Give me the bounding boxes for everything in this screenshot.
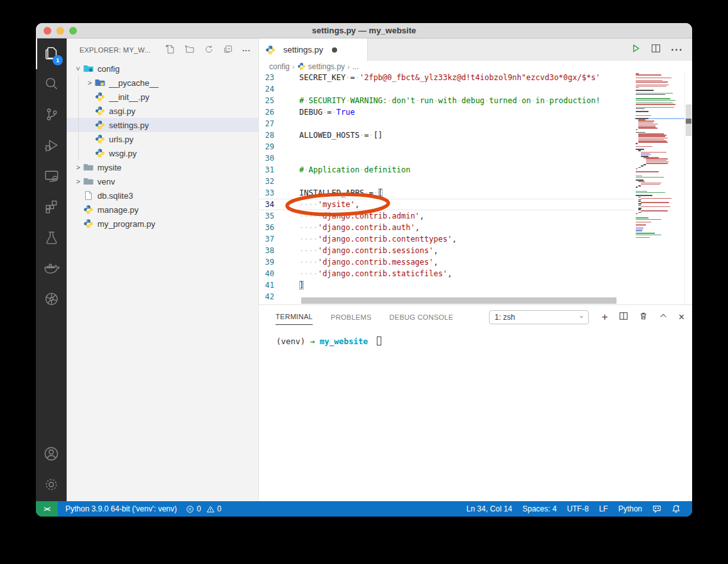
- problems-button[interactable]: 0 0: [181, 504, 226, 513]
- code-line-41[interactable]: 41]: [259, 279, 634, 291]
- code-line-23[interactable]: 23SECRET_KEY·=·'2fpb@0_fbct&_ylz33kz@d!t…: [259, 72, 634, 83]
- source-control-activity-button[interactable]: [36, 100, 67, 131]
- test-beaker-activity-button[interactable]: [36, 223, 67, 254]
- eol-button[interactable]: LF: [594, 504, 613, 513]
- code-line-39[interactable]: 39····'django.contrib.messages',: [259, 256, 634, 268]
- terminal-output[interactable]: (venv) → my_website: [259, 329, 692, 501]
- bottom-panel: TERMINAL PROBLEMS DEBUG CONSOLE 1: zsh ›…: [259, 304, 692, 501]
- new-file-icon[interactable]: [165, 44, 176, 56]
- code-line-34[interactable]: 34····'mysite',: [259, 199, 634, 210]
- tree-item-asgi-py[interactable]: asgi.py: [67, 104, 258, 118]
- tree-item-mysite[interactable]: >mysite: [67, 160, 258, 174]
- search-icon: [43, 75, 60, 94]
- tree-item-venv[interactable]: >venv: [67, 174, 258, 188]
- feedback-icon[interactable]: [647, 504, 666, 513]
- tree-item--pycache-[interactable]: >__pycache__: [67, 76, 258, 90]
- more-editor-actions-icon[interactable]: ···: [671, 44, 683, 56]
- remote-indicator-button[interactable]: ><: [36, 501, 58, 517]
- tree-item--init-py[interactable]: __init__.py: [67, 90, 258, 104]
- close-panel-icon[interactable]: ×: [679, 311, 684, 323]
- tree-item-label: db.sqlite3: [97, 191, 133, 201]
- indentation-button[interactable]: Spaces: 4: [517, 504, 561, 513]
- code-line-31[interactable]: 31#·Application·definition: [259, 164, 634, 176]
- code-line-24[interactable]: 24: [259, 83, 634, 95]
- code-line-33[interactable]: 33INSTALLED_APPS·=·[: [259, 187, 634, 199]
- python-interpreter-button[interactable]: Python 3.9.0 64-bit ('venv': venv): [58, 504, 181, 513]
- tab-settings-py[interactable]: settings.py: [259, 38, 368, 61]
- line-number: 28: [259, 129, 274, 141]
- minimap[interactable]: [634, 72, 684, 304]
- tab-debug-console[interactable]: DEBUG CONSOLE: [390, 310, 454, 325]
- tree-item-config[interactable]: >config: [67, 62, 258, 76]
- code-line-29[interactable]: 29: [259, 141, 634, 153]
- explorer-activity-button[interactable]: 1: [36, 38, 67, 69]
- language-mode-button[interactable]: Python: [613, 504, 647, 513]
- tree-item-db-sqlite3[interactable]: db.sqlite3: [67, 188, 258, 203]
- code-editor[interactable]: 23SECRET_KEY·=·'2fpb@0_fbct&_ylz33kz@d!t…: [259, 72, 692, 304]
- extensions-activity-button[interactable]: [36, 192, 67, 223]
- file-icon: [95, 120, 105, 130]
- code-line-27[interactable]: 27: [259, 118, 634, 129]
- breadcrumb-symbol[interactable]: ...: [352, 62, 359, 71]
- unsaved-dot-icon[interactable]: [332, 47, 337, 53]
- more-actions-icon[interactable]: ···: [242, 46, 251, 55]
- code-line-32[interactable]: 32: [259, 176, 634, 187]
- file-icon: [95, 134, 105, 144]
- file-icon: [95, 148, 105, 158]
- line-number: 31: [259, 164, 274, 176]
- tree-item-my-program-py[interactable]: my_program.py: [67, 217, 258, 231]
- remote-explorer-icon: [44, 168, 60, 187]
- editor-tab-bar: settings.py ···: [259, 38, 692, 61]
- breadcrumb-settings-py[interactable]: settings.py: [308, 62, 345, 71]
- tree-item-manage-py[interactable]: manage.py: [67, 203, 258, 217]
- refresh-icon[interactable]: [204, 44, 214, 56]
- tree-item-urls-py[interactable]: urls.py: [67, 132, 258, 146]
- kill-terminal-icon[interactable]: [639, 311, 648, 323]
- code-line-26[interactable]: 26DEBUG·=·True: [259, 106, 634, 118]
- tree-item-wsgi-py[interactable]: wsgi.py: [67, 146, 258, 160]
- line-number: 35: [259, 210, 274, 222]
- split-terminal-icon[interactable]: [619, 311, 628, 323]
- run-debug-activity-button[interactable]: [36, 131, 67, 162]
- window-title: settings.py — my_website: [36, 23, 692, 38]
- encoding-button[interactable]: UTF-8: [562, 504, 594, 513]
- tree-item-settings-py[interactable]: settings.py: [67, 118, 258, 132]
- new-folder-icon[interactable]: [185, 44, 195, 56]
- breadcrumb-config[interactable]: config: [269, 62, 290, 71]
- code-line-35[interactable]: 35····'django.contrib.admin',: [259, 210, 634, 222]
- code-line-37[interactable]: 37····'django.contrib.contenttypes',: [259, 233, 634, 245]
- search-activity-button[interactable]: [36, 69, 67, 100]
- code-line-28[interactable]: 28ALLOWED_HOSTS·=·[]: [259, 129, 634, 141]
- docker-activity-button[interactable]: [36, 254, 67, 285]
- chevron-icon: >: [73, 178, 83, 185]
- split-editor-icon[interactable]: [651, 44, 661, 56]
- run-python-file-button[interactable]: [631, 44, 641, 56]
- line-number: 30: [259, 153, 274, 164]
- code-line-36[interactable]: 36····'django.contrib.auth',: [259, 222, 634, 233]
- line-number: 37: [259, 233, 274, 245]
- folder-icon: [83, 176, 94, 187]
- code-line-38[interactable]: 38····'django.contrib.sessions',: [259, 245, 634, 256]
- terminal-shell-dropdown[interactable]: 1: zsh ›: [489, 310, 589, 324]
- settings-gear-button[interactable]: [36, 470, 67, 501]
- collapse-editors-icon[interactable]: [223, 44, 233, 56]
- horizontal-scrollbar[interactable]: [301, 297, 616, 304]
- cursor-position-button[interactable]: Ln 34, Col 14: [461, 504, 517, 513]
- notifications-bell-icon[interactable]: [666, 504, 686, 513]
- tree-item-label: settings.py: [109, 120, 149, 130]
- line-number: 40: [259, 268, 274, 279]
- code-line-25[interactable]: 25#·SECURITY·WARNING:·don't·run·with·deb…: [259, 95, 634, 106]
- tab-problems[interactable]: PROBLEMS: [331, 310, 372, 325]
- new-terminal-icon[interactable]: +: [602, 311, 608, 324]
- tab-terminal[interactable]: TERMINAL: [276, 309, 313, 325]
- kubernetes-activity-button[interactable]: [36, 285, 67, 315]
- remote-explorer-activity-button[interactable]: [36, 162, 67, 192]
- vertical-scrollbar[interactable]: [684, 72, 692, 304]
- line-number: 41: [259, 279, 274, 291]
- code-line-30[interactable]: 30: [259, 153, 634, 164]
- line-number: 26: [259, 106, 274, 118]
- code-line-40[interactable]: 40····'django.contrib.staticfiles',: [259, 268, 634, 279]
- tree-item-label: venv: [97, 177, 115, 187]
- account-button[interactable]: [36, 440, 67, 470]
- maximize-panel-icon[interactable]: [659, 311, 668, 323]
